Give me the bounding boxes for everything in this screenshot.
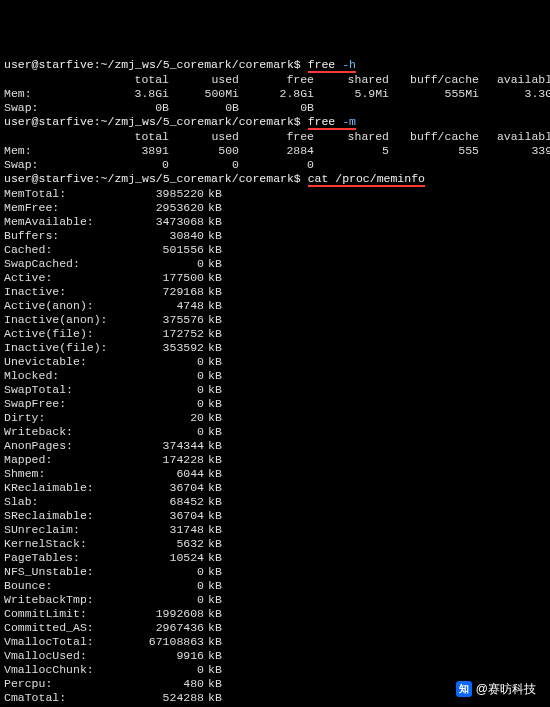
meminfo-value: 0 bbox=[124, 579, 204, 593]
row-label: Mem: bbox=[4, 87, 59, 101]
cell-value: 3.3Gi bbox=[479, 87, 550, 101]
meminfo-value: 0 bbox=[124, 383, 204, 397]
meminfo-value: 10524 bbox=[124, 551, 204, 565]
cell-value: 2.8Gi bbox=[239, 87, 314, 101]
meminfo-key: Writeback: bbox=[4, 425, 124, 439]
meminfo-key: Inactive(anon): bbox=[4, 313, 124, 327]
meminfo-row: KernelStack:5632kB bbox=[4, 537, 546, 551]
meminfo-unit: kB bbox=[204, 467, 222, 480]
column-header: used bbox=[169, 73, 239, 87]
cell-value: 0 bbox=[239, 158, 314, 172]
meminfo-unit: kB bbox=[204, 187, 222, 200]
meminfo-key: SwapTotal: bbox=[4, 383, 124, 397]
meminfo-row: MemTotal:3985220kB bbox=[4, 187, 546, 201]
meminfo-key: VmallocUsed: bbox=[4, 649, 124, 663]
cell-value: 555Mi bbox=[389, 87, 479, 101]
meminfo-unit: kB bbox=[204, 313, 222, 326]
meminfo-unit: kB bbox=[204, 537, 222, 550]
meminfo-value: 3985220 bbox=[124, 187, 204, 201]
meminfo-value: 30840 bbox=[124, 229, 204, 243]
shell-prompt: user@starfive:~/zmj_ws/5_coremark/corema… bbox=[4, 115, 301, 128]
meminfo-unit: kB bbox=[204, 649, 222, 662]
meminfo-unit: kB bbox=[204, 691, 222, 704]
meminfo-row: VmallocTotal:67108863kB bbox=[4, 635, 546, 649]
meminfo-unit: kB bbox=[204, 663, 222, 676]
meminfo-key: MemFree: bbox=[4, 201, 124, 215]
meminfo-key: VmallocTotal: bbox=[4, 635, 124, 649]
meminfo-row: Unevictable:0kB bbox=[4, 355, 546, 369]
meminfo-row: Mlocked:0kB bbox=[4, 369, 546, 383]
meminfo-unit: kB bbox=[204, 607, 222, 620]
meminfo-row: VmallocChunk:0kB bbox=[4, 663, 546, 677]
meminfo-row: SUnreclaim:31748kB bbox=[4, 523, 546, 537]
meminfo-value: 2953620 bbox=[124, 201, 204, 215]
meminfo-row: Slab:68452kB bbox=[4, 495, 546, 509]
meminfo-value: 0 bbox=[124, 397, 204, 411]
meminfo-unit: kB bbox=[204, 509, 222, 522]
meminfo-row: Bounce:0kB bbox=[4, 579, 546, 593]
meminfo-row: Dirty:20kB bbox=[4, 411, 546, 425]
meminfo-value: 375576 bbox=[124, 313, 204, 327]
meminfo-unit: kB bbox=[204, 677, 222, 690]
cell-value: 5.9Mi bbox=[314, 87, 389, 101]
meminfo-row: Shmem:6044kB bbox=[4, 467, 546, 481]
command-text: free bbox=[308, 115, 336, 128]
cell-value: 0B bbox=[59, 101, 169, 115]
meminfo-row: Inactive(anon):375576kB bbox=[4, 313, 546, 327]
meminfo-unit: kB bbox=[204, 215, 222, 228]
cell-value: 3.8Gi bbox=[59, 87, 169, 101]
meminfo-unit: kB bbox=[204, 229, 222, 242]
meminfo-unit: kB bbox=[204, 383, 222, 396]
meminfo-value: 20 bbox=[124, 411, 204, 425]
meminfo-key: Dirty: bbox=[4, 411, 124, 425]
meminfo-value: 0 bbox=[124, 565, 204, 579]
meminfo-key: Cached: bbox=[4, 243, 124, 257]
meminfo-unit: kB bbox=[204, 411, 222, 424]
meminfo-key: SwapFree: bbox=[4, 397, 124, 411]
meminfo-unit: kB bbox=[204, 257, 222, 270]
meminfo-row: MemFree:2953620kB bbox=[4, 201, 546, 215]
meminfo-key: Inactive(file): bbox=[4, 341, 124, 355]
meminfo-unit: kB bbox=[204, 299, 222, 312]
meminfo-unit: kB bbox=[204, 495, 222, 508]
meminfo-row: Active(file):172752kB bbox=[4, 327, 546, 341]
cell-value: 3891 bbox=[59, 144, 169, 158]
column-header: available bbox=[479, 73, 550, 87]
cell-value: 0 bbox=[169, 158, 239, 172]
column-header: free bbox=[239, 130, 314, 144]
meminfo-key: CmaTotal: bbox=[4, 691, 124, 705]
meminfo-value: 31748 bbox=[124, 523, 204, 537]
terminal-output: user@starfive:~/zmj_ws/5_coremark/corema… bbox=[0, 56, 550, 707]
cell-value: 0B bbox=[169, 101, 239, 115]
row-label: Swap: bbox=[4, 158, 59, 172]
meminfo-unit: kB bbox=[204, 579, 222, 592]
meminfo-row: NFS_Unstable:0kB bbox=[4, 565, 546, 579]
meminfo-row: Inactive:729168kB bbox=[4, 285, 546, 299]
meminfo-key: KernelStack: bbox=[4, 537, 124, 551]
meminfo-key: Buffers: bbox=[4, 229, 124, 243]
cell-value: 555 bbox=[389, 144, 479, 158]
meminfo-key: KReclaimable: bbox=[4, 481, 124, 495]
meminfo-value: 172752 bbox=[124, 327, 204, 341]
meminfo-unit: kB bbox=[204, 635, 222, 648]
meminfo-unit: kB bbox=[204, 327, 222, 340]
meminfo-unit: kB bbox=[204, 355, 222, 368]
meminfo-key: MemAvailable: bbox=[4, 215, 124, 229]
meminfo-key: Active(anon): bbox=[4, 299, 124, 313]
meminfo-row: Cached:501556kB bbox=[4, 243, 546, 257]
meminfo-key: CommitLimit: bbox=[4, 607, 124, 621]
meminfo-value: 0 bbox=[124, 369, 204, 383]
column-header: buff/cache bbox=[389, 73, 479, 87]
column-header: available bbox=[479, 130, 550, 144]
meminfo-row: WritebackTmp:0kB bbox=[4, 593, 546, 607]
zhihu-icon: 知 bbox=[456, 681, 472, 697]
meminfo-value: 3473068 bbox=[124, 215, 204, 229]
meminfo-row: SReclaimable:36704kB bbox=[4, 509, 546, 523]
meminfo-row: SwapFree:0kB bbox=[4, 397, 546, 411]
meminfo-unit: kB bbox=[204, 341, 222, 354]
column-header: free bbox=[239, 73, 314, 87]
cell-value: 3391 bbox=[479, 144, 550, 158]
meminfo-row: AnonPages:374344kB bbox=[4, 439, 546, 453]
meminfo-value: 524288 bbox=[124, 691, 204, 705]
meminfo-row: SwapTotal:0kB bbox=[4, 383, 546, 397]
